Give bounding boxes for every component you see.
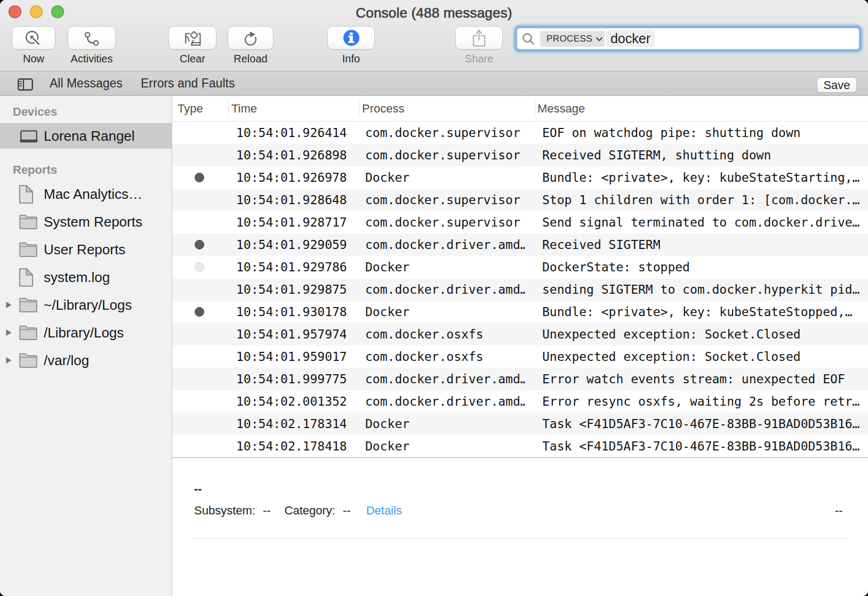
favbar-item-errors-and-faults[interactable]: Errors and Faults — [141, 71, 235, 95]
table-row[interactable]: 10:54:01.929786DockerDockerState: stoppe… — [172, 256, 868, 278]
column-separator — [359, 100, 359, 117]
folder-icon — [19, 209, 38, 235]
cell-message: Error watch events stream: unexpected EO… — [542, 368, 862, 390]
sidebar-item-lorena-rangel[interactable]: Lorena Rangel — [0, 123, 172, 149]
folder-icon — [19, 320, 38, 345]
sidebar-item-library-logs[interactable]: /Library/Logs — [0, 320, 172, 345]
sidebar-item-var-log[interactable]: /var/log — [0, 348, 172, 373]
favbar-item-all-messages[interactable]: All Messages — [50, 71, 123, 95]
cell-process: Docker — [365, 256, 525, 278]
cell-message: Received SIGTERM — [542, 233, 862, 256]
sidebar-item-system-reports[interactable]: System Reports — [0, 209, 172, 235]
activities-toolbar-group: Activities — [68, 26, 116, 65]
cell-process: com.docker.driver.amd… — [365, 368, 525, 390]
sidebar-section-devices: Devices — [0, 99, 184, 125]
sidebar-item-label: ~/Library/Logs — [44, 297, 132, 313]
info-button[interactable] — [327, 26, 375, 50]
cell-process: com.docker.osxfs — [365, 323, 525, 345]
disclosure-triangle-icon[interactable] — [5, 292, 13, 318]
search-icon — [521, 32, 535, 46]
table-row[interactable]: 10:54:01.957974com.docker.osxfsUnexpecte… — [172, 323, 868, 345]
cell-message: EOF on watchdog pipe: shutting down — [542, 122, 862, 144]
details-link[interactable]: Details — [366, 504, 402, 518]
table-row[interactable]: 10:54:02.178418DockerTask <F41D5AF3-7C10… — [172, 435, 868, 457]
cell-process: Docker — [365, 435, 525, 457]
sidebar-toggle-icon[interactable] — [18, 78, 33, 91]
cell-time: 10:54:02.178314 — [236, 413, 359, 435]
share-button-label: Share — [455, 53, 503, 65]
column-header-process[interactable]: Process — [362, 96, 404, 122]
table-row[interactable]: 10:54:01.926414com.docker.supervisorEOF … — [172, 122, 868, 144]
sidebar-section-reports: Reports — [0, 157, 184, 183]
column-separator — [535, 100, 535, 117]
sidebar: Devices Lorena RangelReports Mac Analyti… — [0, 96, 172, 596]
clear-button[interactable] — [168, 26, 216, 50]
reload-button[interactable] — [228, 26, 274, 50]
sidebar-item-user-reports[interactable]: User Reports — [0, 237, 172, 262]
sidebar-item-mac-analytics[interactable]: Mac Analytics… — [0, 181, 172, 207]
target-arrow-icon — [25, 29, 43, 47]
eraser-page-icon — [184, 30, 201, 46]
column-header-type[interactable]: Type — [178, 96, 203, 122]
log-table: Type Time Process Message 10:54:01.92641… — [172, 96, 868, 457]
cell-time: 10:54:01.999775 — [236, 368, 359, 390]
disclosure-triangle-icon[interactable] — [5, 320, 13, 345]
cell-process: com.docker.driver.amd… — [365, 233, 525, 256]
clear-button-label: Clear — [168, 53, 216, 65]
table-row[interactable]: 10:54:01.929059com.docker.driver.amd…Rec… — [172, 233, 868, 256]
cell-time: 10:54:01.929875 — [236, 278, 359, 301]
console-window: Console (488 messages) Now Activities Cl… — [0, 0, 868, 596]
sidebar-item-label: /Library/Logs — [44, 325, 124, 341]
sidebar-item-system-log[interactable]: system.log — [0, 264, 172, 290]
table-row[interactable]: 10:54:02.178314DockerTask <F41D5AF3-7C10… — [172, 413, 868, 435]
cell-time: 10:54:01.959017 — [236, 345, 359, 368]
cell-time: 10:54:02.178418 — [236, 435, 359, 457]
table-row[interactable]: 10:54:02.001352com.docker.driver.amd…Err… — [172, 390, 868, 413]
toolbar: Console (488 messages) Now Activities Cl… — [0, 0, 868, 71]
cell-time: 10:54:01.928648 — [236, 189, 359, 211]
cell-message: Task <F41D5AF3-7C10-467E-83BB-91BAD0D53B… — [542, 413, 862, 435]
sidebar-item-label: Lorena Rangel — [44, 128, 135, 144]
table-row[interactable]: 10:54:01.928717com.docker.supervisorSend… — [172, 211, 868, 233]
cell-process: com.docker.supervisor — [365, 122, 525, 144]
column-header-message[interactable]: Message — [537, 96, 585, 122]
cell-message: Send signal terminated to com.docker.dri… — [542, 211, 862, 233]
disclosure-triangle-icon[interactable] — [5, 348, 13, 373]
table-row[interactable]: 10:54:01.926978DockerBundle: <private>, … — [172, 166, 868, 189]
share-button[interactable] — [455, 26, 503, 50]
cell-time: 10:54:01.928717 — [236, 211, 359, 233]
table-row[interactable]: 10:54:01.959017com.docker.osxfsUnexpecte… — [172, 345, 868, 368]
category-value: -- — [343, 504, 351, 518]
sidebar-item-label: system.log — [44, 269, 110, 286]
cell-process: Docker — [365, 301, 525, 323]
folder-icon — [19, 348, 38, 373]
now-button[interactable] — [12, 26, 55, 50]
table-row[interactable]: 10:54:01.999775com.docker.driver.amd…Err… — [172, 368, 868, 390]
search-field[interactable]: PROCESS docker — [517, 28, 859, 50]
cell-process: Docker — [365, 413, 525, 435]
chevron-down-icon — [596, 37, 603, 42]
save-button[interactable]: Save — [817, 77, 857, 93]
detail-right-dash: -- — [835, 504, 843, 518]
clear-toolbar-group: Clear — [168, 26, 216, 65]
search-filter-token[interactable]: PROCESS — [540, 31, 605, 47]
sidebar-item-label: /var/log — [44, 352, 89, 369]
favorites-bar: All Messages Errors and Faults Save — [0, 71, 868, 96]
table-row[interactable]: 10:54:01.929875com.docker.driver.amd…sen… — [172, 278, 868, 301]
column-header-time[interactable]: Time — [231, 96, 257, 122]
now-toolbar-group: Now — [12, 26, 55, 65]
table-row[interactable]: 10:54:01.928648com.docker.supervisorStop… — [172, 189, 868, 211]
detail-meta-line: Subsystem: -- Category: -- Details — [194, 504, 402, 518]
column-separator — [228, 100, 229, 117]
activities-button-label: Activities — [68, 53, 116, 65]
info-button-label: Info — [327, 53, 375, 65]
detail-title-dash: -- — [194, 482, 202, 496]
cell-time: 10:54:01.957974 — [236, 323, 359, 345]
cell-message: Error resync osxfs, waiting 2s before re… — [542, 390, 862, 413]
table-row[interactable]: 10:54:01.926898com.docker.supervisorRece… — [172, 144, 868, 166]
cell-time: 10:54:01.930178 — [236, 301, 359, 323]
search-input[interactable]: docker — [606, 30, 655, 47]
sidebar-item-library-logs[interactable]: ~/Library/Logs — [0, 292, 172, 318]
table-row[interactable]: 10:54:01.930178DockerBundle: <private>, … — [172, 301, 868, 323]
activities-button[interactable] — [68, 26, 116, 50]
